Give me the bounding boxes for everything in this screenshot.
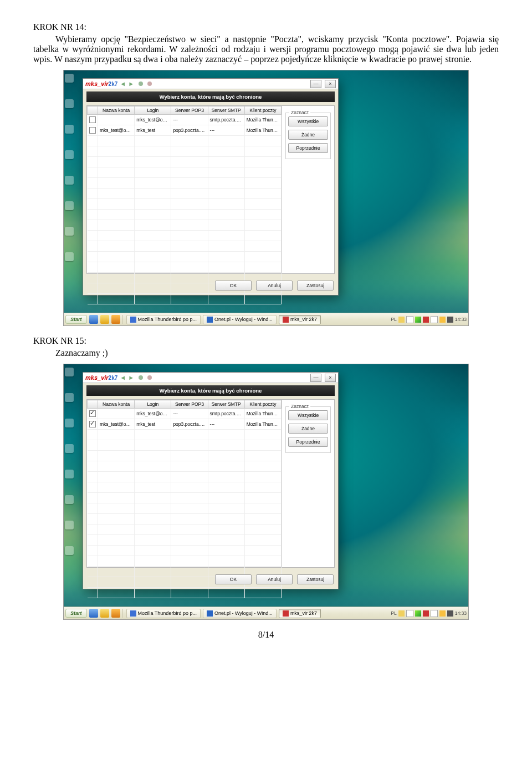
table-row[interactable]: mks_test@op.pl---smtp.poczta.on...Mozill… [88,115,282,125]
desktop-icon[interactable] [65,368,74,376]
col-check [88,400,98,409]
app-window: mks_vir2k7 ◄ ► — × Wybierz konta, które … [83,372,339,589]
tray-icon[interactable] [415,317,421,323]
table-row-empty [88,503,282,514]
lang-indicator[interactable]: PL [391,317,396,322]
cell-smtp: smtp.poczta.on... [208,409,244,419]
task-item[interactable]: Mozilla Thunderbird po p... [126,315,201,324]
task-item[interactable]: Onet.pl - Wyloguj - Wind... [203,315,277,324]
apply-button[interactable]: Zastosuj [297,574,334,584]
cell-pop3: pop3.poczta.o... [171,419,208,430]
desktop-icon[interactable] [65,201,74,210]
table-row[interactable]: mks_test@op.p...mks_testpop3.poczta.o...… [88,125,282,136]
desktop-icon[interactable] [65,125,74,134]
tray-icon[interactable] [406,316,413,323]
desktop-icon[interactable] [65,150,74,159]
task-item[interactable]: Mozilla Thunderbird po p... [126,609,201,618]
cancel-button[interactable]: Anuluj [256,574,293,584]
table-row-empty [88,472,282,482]
ok-button[interactable]: OK [215,281,252,291]
cell-client: Mozilla Thunde... [244,419,281,430]
close-button[interactable]: × [325,80,336,88]
ok-button[interactable]: OK [215,574,252,584]
tray-icon[interactable] [406,610,413,617]
start-button[interactable]: Start [65,315,87,324]
system-tray: PL 14:33 [391,316,467,323]
accounts-table: Nazwa konta Login Serwer POP3 Serwer SMT… [87,400,282,598]
table-row-empty [88,210,282,220]
table-row-empty [88,535,282,546]
mksvir-icon [283,317,289,323]
row-checkbox[interactable] [88,115,98,125]
select-previous-button[interactable]: Poprzednie [288,143,328,153]
status-dot-red-icon [147,375,152,380]
desktop-icon[interactable] [65,419,74,427]
desktop-icon[interactable] [65,521,74,529]
close-button[interactable]: × [325,374,336,382]
row-checkbox[interactable] [88,419,98,430]
table-row[interactable]: mks_test@op.p...mks_testpop3.poczta.o...… [88,419,282,430]
fieldset-legend: Zaznacz [289,110,310,115]
select-all-button[interactable]: Wszystkie [288,410,328,420]
nav-right-icon[interactable]: ► [128,374,134,381]
table-row-empty [88,252,282,262]
apply-button[interactable]: Zastosuj [297,281,334,291]
nav-left-icon[interactable]: ◄ [120,374,126,381]
cell-client: Mozilla Thunde... [244,409,281,419]
task-item[interactable]: Onet.pl - Wyloguj - Wind... [203,609,277,618]
task-item-active[interactable]: mks_vir 2k7 [279,609,321,618]
select-none-button[interactable]: Żadne [288,424,328,434]
tray-volume-icon[interactable] [447,610,453,617]
step15-title: KROK NR 15: [33,336,499,346]
desktop-icon[interactable] [65,546,74,555]
tray-icon[interactable] [398,610,405,617]
desktop-icon[interactable] [65,99,74,108]
quicklaunch-ie-icon[interactable] [89,609,98,618]
clock: 14:33 [455,317,467,322]
table-row-empty [88,514,282,524]
nav-right-icon[interactable]: ► [128,80,134,87]
col-client: Klient poczty [244,400,281,409]
desktop-icon[interactable] [65,393,74,402]
quicklaunch-mail-icon[interactable] [100,315,109,324]
tray-icon[interactable] [431,316,438,323]
minimize-button[interactable]: — [310,374,321,382]
row-checkbox[interactable] [88,409,98,419]
table-row-empty [88,482,282,493]
table-row-empty [88,294,282,304]
quicklaunch-firefox-icon[interactable] [111,609,120,618]
desktop-icon[interactable] [65,444,74,453]
tray-icon[interactable] [439,610,446,617]
divider [122,315,124,324]
lang-indicator[interactable]: PL [391,610,396,616]
select-all-button[interactable]: Wszystkie [288,116,328,126]
tray-icon[interactable] [439,317,446,323]
tray-volume-icon[interactable] [447,317,453,323]
desktop-icon[interactable] [65,470,74,478]
select-none-button[interactable]: Żadne [288,130,328,140]
tray-mksvir-icon[interactable] [423,317,429,323]
tray-icon[interactable] [398,317,405,323]
task-item-active[interactable]: mks_vir 2k7 [279,315,321,324]
tray-icon[interactable] [415,610,421,617]
start-button[interactable]: Start [65,609,87,618]
desktop-icon[interactable] [65,227,74,236]
tray-icon[interactable] [431,610,438,617]
desktop-icon[interactable] [65,252,74,261]
desktop-icon[interactable] [65,74,74,83]
quicklaunch-mail-icon[interactable] [100,609,109,618]
mksvir-icon [283,610,289,617]
quicklaunch-firefox-icon[interactable] [111,315,120,324]
row-checkbox[interactable] [88,125,98,136]
nav-left-icon[interactable]: ◄ [120,80,126,87]
table-row[interactable]: mks_test@op.pl---smtp.poczta.on...Mozill… [88,409,282,419]
select-previous-button[interactable]: Poprzednie [288,437,328,447]
clock: 14:33 [455,610,467,616]
quicklaunch-ie-icon[interactable] [89,315,98,324]
minimize-button[interactable]: — [310,80,321,88]
tray-mksvir-icon[interactable] [423,610,429,617]
cancel-button[interactable]: Anuluj [256,281,293,291]
taskbar: Start Mozilla Thunderbird po p... Onet.p… [64,607,468,619]
desktop-icon[interactable] [65,176,74,185]
desktop-icon[interactable] [65,495,74,504]
